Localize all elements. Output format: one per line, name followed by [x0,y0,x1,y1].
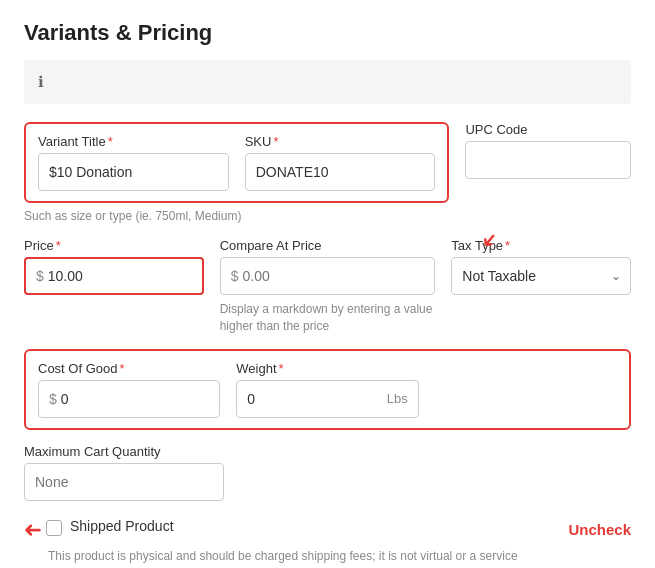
upc-label: UPC Code [465,122,631,137]
pricing-row: Price* $ Compare At Price $ Display a ma… [24,238,631,335]
shipped-product-label: Shipped Product [70,518,174,534]
price-prefix: $ [36,268,44,284]
shipped-product-checkbox-row: Shipped Product [46,518,558,536]
tax-type-arrow-wrapper: ➜ Not Taxable Taxable Exempt ⌄ [451,257,631,295]
upc-input[interactable] [465,141,631,179]
sku-label: SKU* [245,134,436,149]
uncheck-annotation: Uncheck [568,521,631,538]
price-group: Price* $ [24,238,204,295]
variant-title-label: Variant Title* [38,134,229,149]
compare-price-label: Compare At Price [220,238,436,253]
price-input[interactable] [48,259,192,293]
price-label: Price* [24,238,204,253]
weight-suffix: Lbs [387,391,408,406]
weight-input-wrapper: Lbs [236,380,418,418]
compare-price-input[interactable] [242,258,424,294]
cost-of-good-group: Cost Of Good* $ [38,361,220,418]
sku-input[interactable] [245,153,436,191]
weight-group: Weight* Lbs [236,361,418,418]
shipped-product-row: ➜ Shipped Product Uncheck [24,517,631,543]
cost-input[interactable] [61,381,210,417]
price-input-wrapper: $ [24,257,204,295]
tax-type-select[interactable]: Not Taxable Taxable Exempt [451,257,631,295]
shipped-product-hint: This product is physical and should be c… [48,549,631,563]
tax-type-select-wrapper: Not Taxable Taxable Exempt ⌄ [451,257,631,295]
sku-group: SKU* [245,134,436,191]
page-title: Variants & Pricing [24,20,631,46]
variant-title-input[interactable] [38,153,229,191]
compare-price-hint: Display a markdown by entering a value h… [220,301,436,335]
max-cart-label: Maximum Cart Quantity [24,444,224,459]
cost-prefix: $ [49,391,57,407]
variant-title-group: Variant Title* [38,134,229,191]
max-cart-input[interactable] [24,463,224,501]
info-banner: ℹ [24,60,631,104]
tax-type-group: Tax Type* ➜ Not Taxable Taxable Exempt ⌄ [451,238,631,295]
variant-sku-section: Variant Title* SKU* [24,122,449,203]
max-cart-group: Maximum Cart Quantity [24,444,224,501]
weight-input[interactable] [247,381,382,417]
info-icon: ℹ [38,71,44,94]
compare-price-input-wrapper: $ [220,257,436,295]
row3-spacer [435,361,617,418]
shipped-arrow-icon: ➜ [24,517,42,543]
shipped-product-checkbox[interactable] [46,520,62,536]
weight-label: Weight* [236,361,418,376]
compare-price-group: Compare At Price $ Display a markdown by… [220,238,436,335]
cost-weight-section: Cost Of Good* $ Weight* Lbs [24,349,631,430]
compare-price-prefix: $ [231,268,239,284]
cost-input-wrapper: $ [38,380,220,418]
upc-group: UPC Code [465,122,631,179]
cost-of-good-label: Cost Of Good* [38,361,220,376]
variant-hint: Such as size or type (ie. 750ml, Medium) [24,209,241,223]
max-cart-section: Maximum Cart Quantity [24,444,631,501]
